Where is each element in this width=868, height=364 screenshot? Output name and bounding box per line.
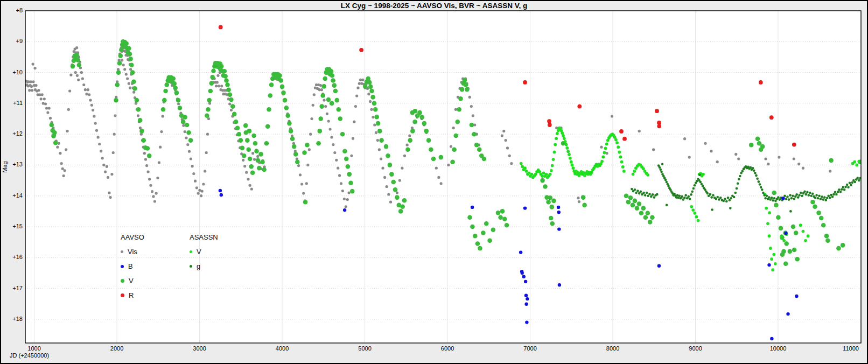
data-point-vis [107, 176, 109, 179]
data-point-vis [440, 182, 443, 185]
data-point-av [565, 143, 568, 146]
data-point-vis [129, 87, 131, 89]
data-point-v [439, 155, 444, 160]
data-point-av [530, 173, 533, 176]
data-point-v [265, 124, 270, 129]
data-point-v [332, 83, 337, 88]
data-point-av [556, 132, 559, 135]
data-point-v [377, 129, 382, 134]
data-point-vis [345, 205, 347, 208]
y-axis-label: Mag [2, 155, 8, 179]
data-point-g [829, 197, 831, 199]
data-point-b [557, 211, 561, 214]
data-point-av [693, 212, 696, 215]
data-point-vis [153, 200, 156, 202]
data-point-v [783, 262, 788, 267]
data-point-g [801, 194, 803, 197]
data-point-av [600, 160, 604, 163]
data-point-av [523, 166, 527, 170]
data-point-v [172, 81, 177, 86]
data-point-v [237, 132, 242, 137]
data-point-vis [201, 190, 204, 193]
legend-group-title: AAVSO [121, 233, 144, 241]
data-point-vis [326, 113, 328, 115]
data-point-v [836, 246, 841, 251]
data-point-v [626, 200, 631, 205]
data-point-g [831, 195, 834, 198]
data-point-v [372, 101, 377, 106]
data-point-v [550, 221, 555, 226]
data-point-g [785, 198, 788, 200]
data-point-vis [194, 180, 197, 183]
data-point-g [815, 194, 818, 197]
data-point-vis [330, 136, 333, 138]
data-point-vis [149, 184, 152, 187]
data-point-v [243, 123, 248, 128]
data-point-vis [216, 81, 219, 83]
data-point-r [523, 80, 527, 85]
legend-item-v: V [190, 244, 218, 259]
data-point-g [814, 197, 817, 199]
data-point-v [178, 106, 183, 110]
data-point-v [646, 211, 650, 216]
data-point-v [420, 115, 425, 120]
data-point-vis [87, 88, 89, 91]
data-point-vis [132, 91, 135, 94]
data-point-vis [353, 121, 355, 123]
data-point-vis [506, 146, 509, 149]
legend-item-r: R [121, 288, 144, 303]
data-point-v [464, 82, 468, 87]
data-point-vis [185, 136, 187, 139]
data-point-b [557, 227, 561, 230]
data-point-v [628, 195, 633, 200]
legend-group-aavso: AAVSOVisBVR [121, 233, 144, 303]
data-point-g [733, 196, 736, 199]
data-point-v [124, 41, 129, 46]
data-point-vis [66, 130, 68, 132]
data-point-av [770, 257, 773, 261]
data-point-vis [218, 85, 220, 87]
data-point-v [128, 52, 132, 57]
data-point-vis [74, 71, 77, 74]
data-point-g [712, 194, 715, 197]
data-point-vis [300, 183, 303, 185]
data-point-vis [69, 74, 72, 76]
data-point-av [561, 131, 564, 135]
data-point-g [805, 193, 808, 196]
legend-item-v: V [121, 274, 144, 288]
data-point-v [219, 64, 224, 69]
data-point-g [690, 193, 692, 196]
data-point-v [338, 116, 343, 121]
data-point-g [808, 194, 810, 197]
data-point-b [521, 271, 524, 275]
data-point-vis [77, 79, 80, 81]
data-point-av [601, 156, 605, 159]
data-point-v [373, 107, 378, 112]
data-point-vis [367, 93, 370, 95]
data-point-vis [113, 133, 116, 136]
data-point-v [285, 114, 290, 118]
data-point-g [750, 166, 752, 169]
data-point-g [758, 180, 760, 183]
data-point-vis [251, 152, 254, 155]
data-point-vis [510, 162, 513, 165]
data-point-v [280, 85, 285, 89]
data-point-v [484, 221, 489, 226]
data-point-vis [373, 123, 376, 126]
data-point-v [318, 116, 323, 121]
data-point-v [50, 123, 54, 128]
data-point-v [250, 171, 255, 176]
data-point-v [269, 82, 274, 87]
data-point-v [388, 163, 393, 167]
data-point-vis [767, 163, 769, 165]
data-point-vis [114, 114, 116, 117]
data-point-v [281, 90, 286, 95]
data-point-v [279, 78, 284, 83]
data-point-v [334, 98, 339, 103]
data-point-av [570, 160, 573, 164]
data-point-av [604, 147, 607, 150]
data-point-v [248, 157, 253, 162]
data-point-av [622, 170, 626, 173]
data-point-vis [387, 193, 390, 195]
data-point-v [210, 75, 215, 80]
